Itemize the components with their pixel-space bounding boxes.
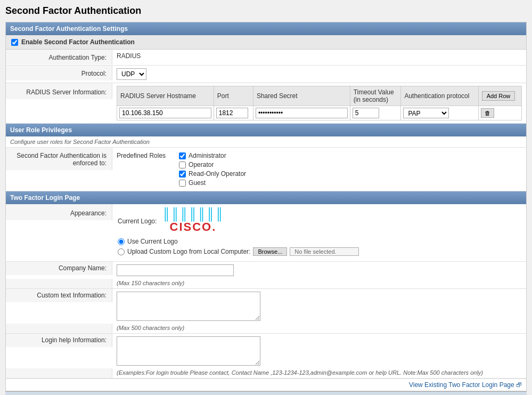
user-roles-header: User Role Privileges — [6, 124, 526, 136]
role-operator-checkbox[interactable] — [179, 162, 186, 168]
login-help-textarea[interactable] — [117, 336, 260, 366]
custom-text-value — [112, 289, 526, 324]
port-input[interactable] — [216, 108, 248, 118]
company-name-inner: Company Name: — [6, 262, 526, 279]
browse-area: Browse... No file selected. — [253, 247, 359, 256]
login-help-inner: Login help Information: — [6, 334, 526, 368]
roles-container: Predefined Roles Administrator Operator … — [112, 148, 526, 191]
custom-text-hint: (Max 500 characters only) — [112, 324, 189, 333]
secret-cell — [253, 106, 350, 120]
cisco-logo: ║║║║║║║ CISCO. — [162, 208, 224, 234]
radius-label: RADIUS Server Information: — [6, 83, 112, 99]
current-logo-area: Current Logo: ║║║║║║║ CISCO. — [118, 208, 224, 234]
role-guest-label: Guest — [189, 179, 206, 187]
timeout-cell — [350, 106, 401, 120]
role-readonly-checkbox[interactable] — [179, 171, 186, 178]
custom-text-label: Custom text Information: — [6, 289, 112, 302]
company-name-hint: (Max 150 characters only) — [112, 279, 189, 288]
col-add: Add Row — [478, 86, 521, 106]
company-name-input[interactable] — [117, 264, 234, 276]
appearance-label: Appearance: — [6, 204, 112, 220]
hostname-input[interactable] — [119, 108, 211, 118]
roles-list: Administrator Operator Read-Only Operato… — [179, 152, 246, 187]
appearance-container: Current Logo: ║║║║║║║ CISCO. Use Current… — [112, 204, 526, 261]
role-readonly-label: Read-Only Operator — [189, 170, 246, 178]
protocol-row: Protocol: UDP TCP — [6, 66, 526, 83]
footer-bar: Cancel Submit — [5, 391, 527, 395]
cisco-bars-icon: ║║║║║║║ — [162, 208, 224, 220]
protocol-label: Protocol: — [6, 66, 112, 80]
appearance-row: Appearance: Current Logo: ║║║║║║║ CISCO.… — [6, 204, 526, 262]
port-cell — [214, 106, 253, 120]
login-help-value — [112, 334, 526, 368]
company-name-hint-row: (Max 150 characters only) — [6, 279, 526, 288]
upload-logo-radio[interactable] — [118, 248, 125, 255]
login-help-hint: (Examples:For login trouble Please conta… — [112, 368, 487, 378]
col-timeout: Timeout Value(in seconds) — [350, 86, 401, 106]
delete-row-button[interactable]: 🗑 — [481, 108, 494, 118]
auth-protocol-select[interactable]: PAP CHAP MS-CHAP — [403, 108, 449, 118]
role-guest: Guest — [179, 179, 246, 187]
enable-row: Enable Second Factor Authentication — [6, 35, 526, 50]
no-file-label: No file selected. — [290, 247, 359, 256]
role-operator-label: Operator — [189, 161, 214, 168]
custom-text-hint-row: (Max 500 characters only) — [6, 324, 526, 333]
radius-table: RADIUS Server Hostname Port Shared Secre… — [117, 86, 522, 120]
custom-text-row: Custom text Information: (Max 500 charac… — [6, 289, 526, 334]
protocol-value: UDP TCP — [112, 66, 526, 83]
add-row-button[interactable]: Add Row — [482, 91, 515, 101]
settings-header: Second Factor Authentication Settings — [6, 22, 526, 35]
protocol-select[interactable]: UDP TCP — [117, 68, 146, 80]
auth-type-value: RADIUS — [112, 50, 526, 62]
main-container: Second Factor Authentication Settings En… — [5, 22, 527, 391]
enable-2fa-label: Enable Second Factor Authentication — [21, 38, 135, 46]
settings-section: Enable Second Factor Authentication Auth… — [6, 35, 526, 124]
auth-type-label: Authentication Type: — [6, 50, 112, 65]
delete-cell: 🗑 — [478, 106, 521, 120]
radius-table-container: RADIUS Server Hostname Port Shared Secre… — [112, 83, 526, 123]
custom-text-inner: Custom text Information: — [6, 289, 526, 324]
use-current-logo-radio[interactable] — [118, 238, 125, 245]
company-name-label: Company Name: — [6, 262, 112, 275]
login-help-label: Login help Information: — [6, 334, 112, 347]
view-link-row: View Existing Two Factor Login Page 🗗 — [6, 378, 526, 391]
upload-logo-row: Upload Custom Logo from Local Computer: … — [118, 247, 359, 256]
predefined-roles-label: Predefined Roles — [117, 152, 166, 159]
login-help-row: Login help Information: (Examples:For lo… — [6, 334, 526, 378]
col-hostname: RADIUS Server Hostname — [117, 86, 214, 106]
use-current-logo-row: Use Current Logo — [118, 238, 178, 245]
login-page-header: Two Factor Login Page — [6, 191, 526, 204]
enable-2fa-checkbox[interactable] — [11, 39, 18, 46]
role-administrator: Administrator — [179, 152, 246, 159]
view-link-icon: 🗗 — [516, 382, 522, 388]
auth-protocol-cell: PAP CHAP MS-CHAP — [401, 106, 478, 120]
col-port: Port — [214, 86, 253, 106]
hostname-cell — [117, 106, 214, 120]
role-guest-checkbox[interactable] — [179, 180, 186, 187]
cisco-text: CISCO. — [170, 220, 217, 234]
col-auth-protocol: Authentication protocol — [401, 86, 478, 106]
current-logo-label: Current Logo: — [118, 217, 157, 225]
role-readonly: Read-Only Operator — [179, 170, 246, 178]
user-roles-description: Configure user roles for Second Factor A… — [6, 136, 526, 148]
auth-type-row: Authentication Type: RADIUS — [6, 50, 526, 66]
custom-text-textarea[interactable] — [117, 292, 260, 321]
shared-secret-input[interactable] — [256, 108, 348, 118]
role-admin-checkbox[interactable] — [179, 152, 186, 159]
view-existing-link[interactable]: View Existing Two Factor Login Page — [409, 381, 514, 389]
login-help-hint-row: (Examples:For login trouble Please conta… — [6, 368, 526, 378]
role-admin-label: Administrator — [189, 152, 226, 159]
role-operator: Operator — [179, 161, 246, 168]
timeout-input[interactable] — [353, 108, 379, 118]
browse-button[interactable]: Browse... — [253, 247, 287, 256]
col-secret: Shared Secret — [253, 86, 350, 106]
company-name-value — [112, 262, 526, 279]
roles-row: Second Factor Authentication is enforced… — [6, 148, 526, 191]
company-name-row: Company Name: (Max 150 characters only) — [6, 262, 526, 289]
upload-logo-label: Upload Custom Logo from Local Computer: — [127, 248, 250, 255]
page-title: Second Factor Authentication — [5, 5, 527, 17]
enforced-label: Second Factor Authentication is enforced… — [6, 148, 112, 170]
use-current-logo-label: Use Current Logo — [127, 238, 178, 245]
radius-row-1: PAP CHAP MS-CHAP 🗑 — [117, 106, 522, 120]
radius-row: RADIUS Server Information: RADIUS Server… — [6, 83, 526, 124]
